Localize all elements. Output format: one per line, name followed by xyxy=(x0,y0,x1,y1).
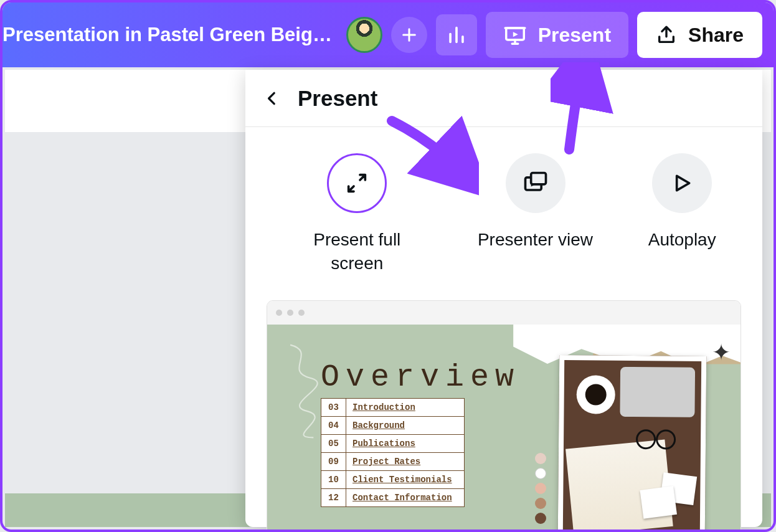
svg-rect-2 xyxy=(531,173,546,184)
window-dot xyxy=(287,310,293,316)
present-button[interactable]: Present xyxy=(486,12,628,58)
analytics-button[interactable] xyxy=(436,14,477,55)
share-button-label: Share xyxy=(688,24,744,47)
slide-preview: ✦ Overview 03Introduction 04Background 0… xyxy=(267,300,741,531)
plus-icon xyxy=(400,26,418,44)
panel-title: Present xyxy=(298,86,377,111)
table-row: 03Introduction xyxy=(321,398,465,416)
slide-content: ✦ Overview 03Introduction 04Background 0… xyxy=(267,325,741,530)
option-present-full-screen[interactable]: Present full screen xyxy=(291,153,422,275)
present-button-label: Present xyxy=(538,24,611,47)
play-icon xyxy=(670,171,694,196)
add-collaborator-button[interactable] xyxy=(391,17,427,53)
present-options: Present full screen Presenter view Autop… xyxy=(245,127,762,300)
table-row: 09Project Rates xyxy=(321,452,465,470)
color-palette xyxy=(535,453,546,524)
expand-icon xyxy=(344,171,369,196)
document-title[interactable]: Presentation in Pastel Green Beige … xyxy=(2,24,338,46)
presentation-icon xyxy=(503,23,527,47)
option-icon-circle xyxy=(327,153,387,213)
decorative-photo xyxy=(558,355,707,530)
panel-header: Present xyxy=(245,70,762,127)
slide-heading: Overview xyxy=(321,359,520,395)
option-presenter-view[interactable]: Presenter view xyxy=(478,153,593,275)
option-icon-circle xyxy=(506,153,565,213)
swatch xyxy=(535,453,546,464)
option-label: Presenter view xyxy=(478,228,593,252)
star-doodle-icon: ✦ xyxy=(712,340,731,366)
table-row: 05Publications xyxy=(321,434,465,452)
present-dropdown-panel: Present Present full screen Presenter vi… xyxy=(245,70,762,527)
presenter-view-icon xyxy=(522,169,549,197)
window-dot xyxy=(276,310,282,316)
back-button[interactable] xyxy=(260,87,284,110)
bar-chart-icon xyxy=(446,24,467,45)
chevron-left-icon xyxy=(264,90,280,107)
table-row: 10Client Testimonials xyxy=(321,470,465,488)
app-header: Presentation in Pastel Green Beige … Pre… xyxy=(2,2,774,67)
option-label: Autoplay xyxy=(648,228,716,252)
user-avatar[interactable] xyxy=(346,17,382,53)
table-row: 12Contact Information xyxy=(321,488,465,506)
swatch xyxy=(535,513,546,524)
option-autoplay[interactable]: Autoplay xyxy=(648,153,716,275)
overview-table: 03Introduction 04Background 05Publicatio… xyxy=(321,398,465,507)
table-row: 04Background xyxy=(321,416,465,434)
swatch xyxy=(535,468,546,479)
swatch xyxy=(535,483,546,494)
option-icon-circle xyxy=(652,153,712,213)
share-button[interactable]: Share xyxy=(637,12,762,58)
option-label: Present full screen xyxy=(291,228,422,275)
swatch xyxy=(535,498,546,509)
upload-icon xyxy=(656,24,677,45)
window-dot xyxy=(298,310,305,316)
preview-browser-chrome xyxy=(267,301,741,325)
